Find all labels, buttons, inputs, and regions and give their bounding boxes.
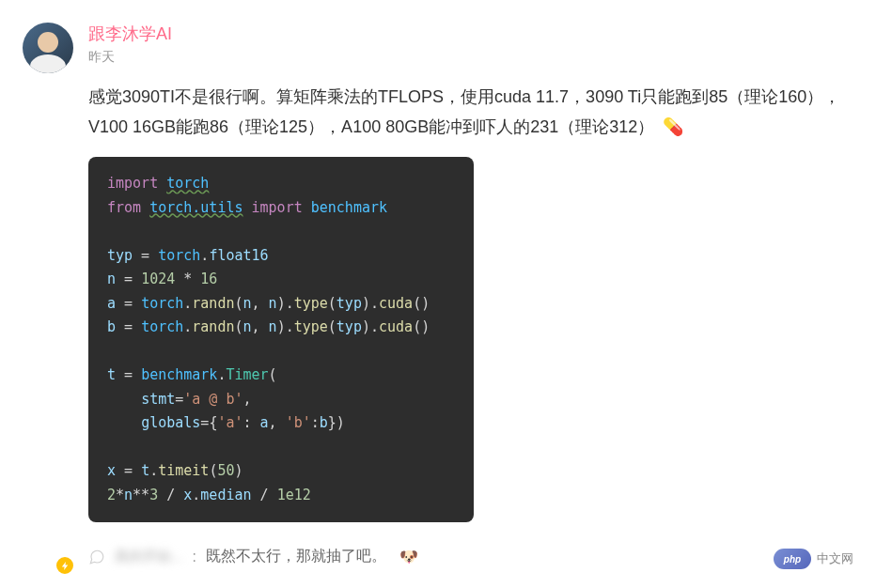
code-line: typ = torch.float16 [107,244,455,269]
watermark: php 中文网 [774,549,853,569]
lightning-icon [60,561,70,571]
code-line: n = 1024 * 16 [107,268,455,292]
post-body: 感觉3090TI不是很行啊。算矩阵乘法的TFLOPS，使用cuda 11.7，3… [88,87,840,136]
code-line: b = torch.randn(n, n).type(typ).cuda() [107,316,455,340]
comment-text: 既然不太行，那就抽了吧。 [206,547,386,566]
post-container: 跟李沐学AI 昨天 感觉3090TI不是很行啊。算矩阵乘法的TFLOPS，使用c… [23,23,853,574]
watermark-text: 中文网 [817,550,853,567]
code-line [107,340,455,364]
code-line: t = benchmark.Timer( [107,364,455,388]
commenter-name-blurred[interactable]: 真的开始... [115,548,183,565]
commenter-colon: : [193,549,196,565]
dog-emoji: 🐶 [399,548,418,565]
code-line [107,436,455,460]
code-line [107,220,455,244]
code-line: globals={'a': a, 'b':b}) [107,411,455,436]
code-line: from torch.utils import benchmark [107,196,455,221]
code-line: 2*n**3 / x.median / 1e12 [107,484,455,508]
code-line: import torch [107,172,455,196]
comment-icon[interactable] [88,549,105,565]
post-text: 感觉3090TI不是很行啊。算矩阵乘法的TFLOPS，使用cuda 11.7，3… [88,83,853,142]
verified-badge [55,555,75,576]
avatar-wrapper[interactable] [23,23,73,574]
comment-section: 真的开始... : 既然不太行，那就抽了吧。 🐶 [88,539,853,574]
avatar [23,23,73,73]
code-line: x = t.timeit(50) [107,459,455,484]
watermark-logo: php [774,549,811,569]
author-name[interactable]: 跟李沐学AI [88,23,853,45]
post-timestamp: 昨天 [88,49,853,66]
code-block: import torchfrom torch.utils import benc… [88,157,474,522]
pill-icon: 💊 [663,113,683,143]
code-line: a = torch.randn(n, n).type(typ).cuda() [107,292,455,317]
code-line: stmt='a @ b', [107,388,455,412]
post-content: 跟李沐学AI 昨天 感觉3090TI不是很行啊。算矩阵乘法的TFLOPS，使用c… [88,23,853,574]
